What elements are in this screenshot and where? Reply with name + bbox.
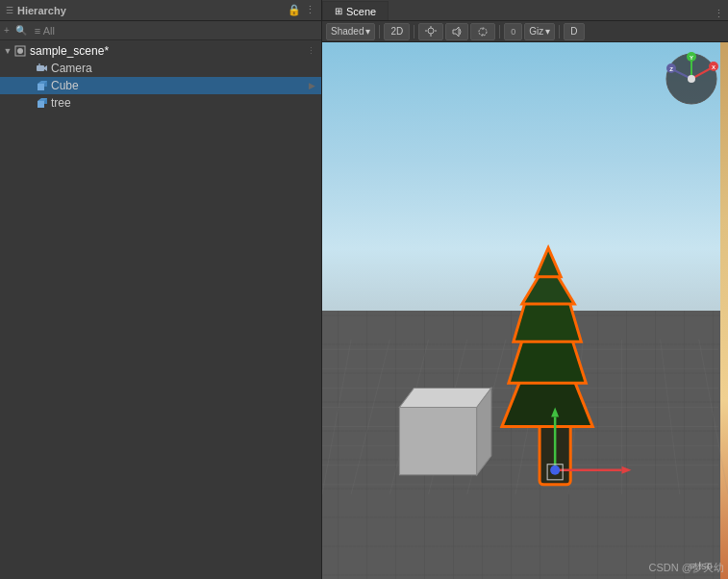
panel-hamburger-icon[interactable]: ☰ [6, 6, 13, 15]
scene-tab-bar: ⊞ Scene ⋮ [322, 0, 728, 21]
gizmos-dropdown[interactable]: Giz ▾ [524, 23, 555, 40]
svg-marker-3 [44, 65, 47, 71]
tree-object-icon [35, 96, 48, 110]
svg-rect-5 [38, 84, 44, 90]
hierarchy-tree: ▼ sample_scene* ⋮ ▶ [0, 40, 321, 579]
kebab-menu-icon[interactable]: ⋮ [305, 4, 315, 16]
svg-marker-44 [514, 299, 581, 341]
btn-audio[interactable] [445, 23, 468, 40]
cube-context-icon[interactable]: ▶ [309, 81, 315, 90]
svg-text:X: X [712, 64, 715, 70]
tree-item-cube[interactable]: ▶ Cube ▶ [0, 77, 321, 94]
btn-lights[interactable] [418, 23, 443, 40]
tree-item-sample-scene[interactable]: ▼ sample_scene* ⋮ [0, 42, 321, 60]
toolbar-sep-1 [379, 25, 380, 38]
svg-marker-39 [399, 388, 490, 407]
giz-dropdown-arrow: ▾ [545, 26, 550, 37]
svg-point-63 [688, 75, 695, 83]
tree-item-camera[interactable]: ▶ Camera [0, 60, 321, 77]
hierarchy-title: Hierarchy [17, 5, 66, 16]
svg-marker-42 [502, 378, 592, 426]
scene-context-icon[interactable]: ⋮ [307, 46, 315, 56]
btn-extra[interactable]: D [564, 23, 584, 40]
svg-point-51 [550, 466, 560, 475]
svg-point-11 [428, 28, 434, 34]
btn-2d[interactable]: 2D [384, 23, 410, 40]
orientation-gizmo[interactable]: Y X Z [663, 50, 720, 108]
toolbar-sep-4 [559, 25, 560, 38]
scene-panel: ⊞ Scene ⋮ Shaded ▾ 2D [322, 0, 728, 579]
gizmo-svg: Y X Z [663, 50, 720, 108]
viewport[interactable]: Y X Z ≡ Iso CSDN [322, 42, 728, 579]
watermark-text: CSDN @梦天幼 [649, 561, 724, 575]
scene-tab[interactable]: ⊞ Scene [322, 1, 389, 20]
svg-text:Y: Y [690, 55, 693, 61]
svg-marker-50 [621, 466, 631, 474]
svg-marker-46 [536, 248, 561, 277]
scene-tab-more[interactable]: ⋮ [714, 8, 728, 20]
svg-rect-2 [37, 65, 44, 71]
svg-marker-43 [509, 338, 586, 383]
scene-toolbar: Shaded ▾ 2D 0 [322, 21, 728, 42]
camera-label: Camera [51, 62, 92, 75]
shading-dropdown[interactable]: Shaded ▾ [326, 23, 375, 40]
svg-marker-16 [453, 27, 459, 37]
svg-point-1 [17, 48, 23, 54]
cube-label: Cube [51, 79, 79, 92]
camera-icon [35, 62, 48, 75]
gizmos-count-label: 0 [511, 27, 515, 37]
hierarchy-panel-header: ☰ Hierarchy 🔒 ⋮ [0, 0, 321, 21]
shading-label: Shaded [331, 26, 364, 37]
search-all-label: ≡ All [33, 25, 57, 37]
svg-rect-8 [38, 101, 44, 108]
scene-label: sample_scene* [30, 44, 109, 58]
scene-tab-label: Scene [346, 6, 376, 17]
scene-icon [13, 44, 27, 58]
shading-dropdown-arrow: ▾ [365, 26, 370, 37]
svg-line-29 [351, 340, 389, 494]
toolbar-sep-3 [499, 25, 500, 38]
svg-marker-38 [399, 407, 476, 474]
lock-icon[interactable]: 🔒 [288, 4, 301, 16]
search-icon: 🔍 [15, 25, 27, 36]
cube-icon [35, 79, 48, 92]
btn-gizmos-count[interactable]: 0 [504, 23, 522, 40]
expand-arrow-scene[interactable]: ▼ [2, 45, 13, 57]
svg-text:Z: Z [669, 66, 673, 72]
add-hierarchy-icon[interactable]: + [4, 25, 10, 36]
tree-item-tree[interactable]: ▶ tree [0, 94, 321, 112]
btn-effects[interactable] [470, 23, 495, 40]
scene-svg [322, 42, 728, 579]
svg-line-36 [661, 340, 680, 494]
svg-line-37 [699, 340, 728, 494]
scene-tab-icon: ⊞ [335, 6, 342, 16]
search-bar: + 🔍 ≡ All [0, 21, 321, 40]
tree-label: tree [51, 96, 71, 110]
svg-point-4 [38, 63, 40, 65]
giz-label: Giz [529, 26, 543, 37]
svg-line-28 [322, 340, 351, 494]
toolbar-sep-2 [414, 25, 414, 38]
